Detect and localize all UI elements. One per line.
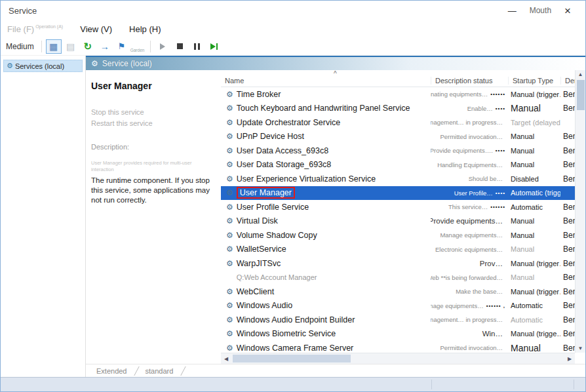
service-startup-type: Manual bbox=[508, 343, 560, 353]
column-header-startup[interactable]: Startup Type bbox=[508, 77, 560, 85]
row-name-cell: ⚙ Windows Audio bbox=[221, 301, 431, 310]
flag-icon[interactable]: ⚑ bbox=[114, 39, 130, 54]
service-gear-icon: ⚙ bbox=[226, 188, 233, 197]
service-logon: Ben bbox=[560, 245, 575, 254]
row-name-cell: ⚙ Windows Audio Endpoint Builder bbox=[221, 315, 431, 324]
resume-icon bbox=[210, 43, 218, 50]
table-row[interactable]: ⚙ User Manager User Profile… •••• Automa… bbox=[221, 186, 575, 201]
row-name-cell: ⚙ User Manager bbox=[221, 187, 431, 199]
service-startup-type: Manual (trigger… bbox=[508, 288, 560, 296]
row-description-cell: Management… in progress… bbox=[431, 119, 508, 126]
description-subtext: User Manager provides required for multi… bbox=[91, 160, 214, 173]
table-row[interactable]: ⚙ User Data Storage_693c8 Handling Equip… bbox=[221, 158, 575, 172]
restart-service-icon[interactable] bbox=[206, 39, 222, 54]
table-row[interactable]: ⚙ Time Broker Coordinating equipments… •… bbox=[221, 87, 575, 102]
service-description: Handling Equipments… bbox=[437, 161, 503, 168]
service-gear-icon: ⚙ bbox=[226, 132, 233, 141]
service-name: Time Broker bbox=[237, 90, 281, 99]
table-row[interactable]: ⚙ Windows Camera Frame Server Permitted … bbox=[221, 341, 575, 353]
row-description-cell: Enable… •••• bbox=[431, 105, 508, 112]
start-service-icon[interactable] bbox=[155, 39, 170, 54]
tree-item-services-local[interactable]: ⚙ Services (local) bbox=[3, 60, 83, 72]
menubar: File (F)Operation (A) View (V) Help (H) bbox=[1, 20, 585, 37]
table-row[interactable]: ⚙ Touch Keyboard and Handwriting Panel S… bbox=[221, 102, 575, 116]
restart-service-link[interactable]: Restart this service bbox=[91, 119, 214, 127]
table-row[interactable]: ⚙ WalletService Electronic equipments… M… bbox=[221, 243, 575, 257]
table-row[interactable]: ⚙ WarpJITSvc Prov… Manual (trigger… Ben bbox=[221, 256, 575, 271]
service-gear-icon: ⚙ bbox=[226, 118, 233, 127]
service-description: Management… in progress… bbox=[431, 119, 503, 126]
row-name-cell: ⚙ User Data Access_693c8 bbox=[221, 146, 431, 155]
table-row[interactable]: ⚙ Volume Shadow Copy Manage equipments… … bbox=[221, 228, 575, 243]
row-name-cell: ⚙ Volume Shadow Copy bbox=[221, 231, 431, 240]
stop-service-link[interactable]: Stop this service bbox=[91, 108, 214, 116]
service-gear-icon: ⚙ bbox=[226, 329, 233, 338]
table-row[interactable]: ⚙ User Profile Service This service… •••… bbox=[221, 200, 575, 214]
row-name-cell: ⚙ Windows Biometric Service bbox=[221, 329, 431, 338]
row-description-cell: User Profile… •••• bbox=[431, 189, 508, 197]
column-header-description[interactable]: Description status bbox=[431, 77, 508, 85]
service-description: Win… bbox=[482, 330, 503, 338]
refresh-icon[interactable]: ↻ bbox=[80, 39, 96, 54]
service-name: WalletService bbox=[237, 245, 286, 254]
statusbar-divider bbox=[431, 380, 432, 389]
horizontal-scroll-thumb[interactable] bbox=[233, 355, 351, 363]
row-name-cell: ⚙ Virtual Disk bbox=[221, 216, 431, 225]
service-description: User Profile… bbox=[454, 189, 493, 197]
menu-help[interactable]: Help (H) bbox=[129, 24, 161, 34]
service-startup-type: Manual bbox=[508, 273, 560, 281]
stop-icon bbox=[177, 43, 183, 49]
table-row[interactable]: ⚙ Q:Web Account Manager Web **is being f… bbox=[221, 271, 575, 285]
vertical-scrollbar[interactable]: ▲ ▼ bbox=[575, 70, 585, 353]
service-startup-type: Manual bbox=[508, 231, 560, 239]
row-description-cell: Permitted invocation… bbox=[431, 344, 508, 351]
service-name: Windows Biometric Service bbox=[237, 329, 336, 338]
table-row[interactable]: ⚙ Virtual Disk Provide equipments… Manua… bbox=[221, 214, 575, 229]
minimize-button[interactable]: — bbox=[501, 5, 523, 17]
table-view-icon[interactable]: ▦ bbox=[46, 39, 62, 54]
stop-service-icon[interactable] bbox=[172, 39, 187, 54]
service-header-icon: ⚙ bbox=[91, 59, 98, 68]
close-button[interactable]: × bbox=[558, 4, 577, 18]
row-description-cell: Win… bbox=[431, 330, 508, 338]
column-header-logon[interactable]: Deng bbox=[560, 77, 575, 85]
sort-caret-icon[interactable]: ^ bbox=[334, 70, 337, 77]
table-row[interactable]: ⚙ UPnP Device Host Permitted invocation…… bbox=[221, 130, 575, 144]
tab-standard[interactable]: standard bbox=[137, 366, 184, 376]
pause-service-icon[interactable] bbox=[189, 39, 205, 54]
service-startup-type: Manual bbox=[508, 217, 560, 225]
menu-file-label: File (F) bbox=[7, 24, 34, 34]
column-header-name[interactable]: Name bbox=[221, 77, 431, 85]
scroll-down-icon[interactable]: ▼ bbox=[578, 344, 583, 353]
export-icon[interactable]: → bbox=[97, 39, 113, 54]
service-logon: Ben bbox=[560, 160, 575, 169]
service-startup-type: Manual bbox=[508, 161, 560, 168]
service-name: Q:Web Account Manager bbox=[237, 273, 317, 281]
table-row[interactable]: ⚙ WebClient Make the base… Manual (trigg… bbox=[221, 284, 575, 299]
scroll-left-icon[interactable]: ◀ bbox=[221, 356, 231, 362]
table-row[interactable]: ⚙ Windows Audio Endpoint Builder Managem… bbox=[221, 313, 575, 327]
service-logon: Ben bbox=[560, 203, 575, 212]
scroll-up-icon[interactable]: ▲ bbox=[578, 70, 583, 79]
vertical-scroll-thumb[interactable] bbox=[577, 80, 585, 110]
row-name-cell: ⚙ User Profile Service bbox=[221, 203, 431, 212]
row-description-cell: Manage equipments… •••••• , bbox=[431, 302, 508, 309]
maximize-button[interactable]: Mouth bbox=[523, 5, 558, 16]
properties-icon[interactable]: ▤ bbox=[63, 39, 79, 54]
scroll-right-icon[interactable]: ▶ bbox=[564, 356, 575, 362]
menu-view[interactable]: View (V) bbox=[80, 24, 112, 34]
table-row[interactable]: ⚙ User Data Access_693c8 Provide equipme… bbox=[221, 144, 575, 158]
table-row[interactable]: ⚙ Update Orchestrator Service Management… bbox=[221, 115, 575, 130]
horizontal-scrollbar[interactable]: ◀ ▶ bbox=[221, 353, 575, 364]
table-row[interactable]: ⚙ Windows Biometric Service Win… Manual … bbox=[221, 327, 575, 342]
table-row[interactable]: ⚙ Windows Audio Manage equipments… •••••… bbox=[221, 299, 575, 313]
description-label: Description: bbox=[91, 143, 214, 151]
service-gear-icon: ⚙ bbox=[226, 343, 233, 353]
service-description: Coordinating equipments… bbox=[431, 90, 488, 98]
tab-extended[interactable]: Extended bbox=[88, 366, 137, 376]
table-row[interactable]: ⚙ User Experience Virtualization Service… bbox=[221, 172, 575, 186]
row-description-cell: Handling Equipments… bbox=[431, 161, 508, 168]
main-header-title: Service (local) bbox=[102, 59, 152, 68]
menu-file[interactable]: File (F)Operation (A) bbox=[7, 24, 63, 34]
service-description: Management… in progress… bbox=[431, 316, 503, 323]
